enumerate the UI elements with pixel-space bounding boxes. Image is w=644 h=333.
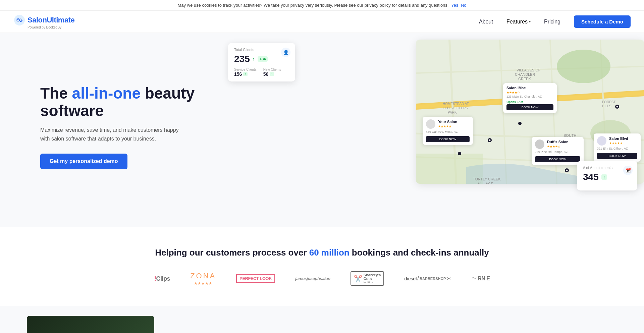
logo-text: SalonUltimate — [28, 16, 74, 24]
brand-james-joseph: jamesjosephsalon — [295, 276, 330, 281]
nav-about[interactable]: About — [479, 19, 493, 25]
brand-logos-row: !Clips ZONA ★★★★★ PERFECT LOOK jamesjose… — [27, 271, 617, 286]
new-clients-value: 56 — [263, 71, 269, 77]
salon-popup-2: Your Salon ★★★★★ 456 Oak Ave, Mesa, AZ B… — [423, 117, 473, 145]
up-arrow-icon: ↑ — [253, 56, 255, 62]
svg-text:VILLAGE: VILLAGE — [478, 182, 493, 184]
schedule-demo-button[interactable]: Schedule a Demo — [574, 15, 631, 28]
clients-sub-row: Service Clients 156 ↑ New Clients 56 ↑ — [234, 68, 289, 77]
svg-text:TUNTLY CREEK: TUNTLY CREEK — [473, 177, 501, 181]
svg-point-29 — [489, 140, 491, 141]
popup1-status: Opens 9AM — [506, 100, 553, 104]
header: SalonUltimate Powered by BookedBy About … — [0, 11, 644, 33]
svg-point-11 — [557, 50, 610, 83]
service-clients-value: 156 — [234, 71, 242, 77]
salon-popup-4: Salon Blvd ★★★★★ 321 Elm St, Gilbert, AZ… — [594, 133, 641, 162]
popup2-book-button[interactable]: BOOK NOW — [426, 136, 470, 142]
salon-popup-1: Salon iMae ★★★★☆ 123 Main St, Chandler, … — [503, 83, 557, 113]
popup4-stars: ★★★★★ — [609, 142, 628, 145]
hero-subtitle: Maximize revenue, save time, and make cu… — [40, 126, 184, 143]
logo-wrap: SalonUltimate Powered by BookedBy — [13, 14, 74, 29]
nav-features[interactable]: Features ▾ — [506, 19, 531, 25]
hero-left: The all-in-one beauty software Maximize … — [40, 85, 215, 169]
cookie-banner: May we use cookies to track your activit… — [0, 0, 644, 11]
popup2-stars: ★★★★★ — [438, 125, 457, 128]
logo-powered: Powered by BookedBy — [28, 25, 61, 29]
svg-text:FOREST: FOREST — [602, 100, 616, 104]
clients-icon: 👤 — [281, 48, 290, 57]
brand-zona: ZONA ★★★★★ — [190, 272, 216, 286]
logo[interactable]: SalonUltimate — [13, 14, 74, 26]
svg-text:GLD SETTLERS: GLD SETTLERS — [443, 106, 468, 110]
chevron-down-icon: ▾ — [529, 20, 531, 23]
svg-text:CHANDLER: CHANDLER — [515, 72, 535, 76]
popup1-book-button[interactable]: BOOK NOW — [506, 104, 553, 110]
hero-right: 👤 Total Clients 235 ↑ +34 Service Client… — [235, 46, 617, 207]
popup4-address: 321 Elm St, Gilbert, AZ — [597, 147, 637, 150]
brand-perfect-look: PERFECT LOOK — [236, 274, 275, 283]
new-clients-badge: ↑ — [270, 72, 274, 76]
salon-popup-3: Duff's Salon ★★★★☆ 789 Pine Rd, Tempe, A… — [532, 137, 584, 165]
cookie-no-button[interactable]: No — [461, 3, 467, 8]
new-clients-item: New Clients 56 ↑ — [263, 68, 281, 77]
svg-text:PARK: PARK — [448, 111, 457, 114]
popup2-address: 456 Oak Ave, Mesa, AZ — [426, 130, 470, 133]
svg-text:CREEK: CREEK — [518, 77, 531, 81]
svg-text:HILLS: HILLS — [602, 104, 611, 108]
nav-pricing[interactable]: Pricing — [544, 19, 560, 25]
appointments-card: 📅 # of Appointments 345 ↑ — [577, 161, 637, 190]
popup3-name: Duff's Salon — [547, 140, 569, 144]
appointments-trend-badge: ↑ — [601, 174, 607, 180]
service-clients-badge: ↑ — [243, 72, 248, 76]
logo-icon — [13, 14, 25, 26]
popup4-book-button[interactable]: BOOK NOW — [597, 153, 637, 159]
popup3-stars: ★★★★☆ — [547, 145, 569, 148]
brand-clips: !Clips — [154, 275, 170, 282]
social-proof-title: Helping our customers process over 60 mi… — [27, 247, 617, 258]
popup3-book-button[interactable]: BOOK NOW — [535, 156, 580, 162]
popup3-address: 789 Pine Rd, Tempe, AZ — [535, 150, 580, 154]
popup4-name: Salon Blvd — [609, 136, 628, 141]
svg-text:VILLAGES OF: VILLAGES OF — [517, 68, 541, 72]
brand-rn: 〜 RN E — [472, 275, 490, 282]
brand-diesel-barbershop: diesel / BARBERSHOP ✂ — [404, 275, 451, 282]
social-proof-section: Helping our customers process over 60 mi… — [0, 227, 644, 306]
bottom-section — [0, 306, 644, 333]
svg-point-31 — [566, 170, 568, 171]
main-nav: About Features ▾ Pricing Schedule a Demo — [479, 15, 631, 28]
scissors-icon: ✂️ — [354, 275, 362, 283]
clients-trend-badge: +34 — [258, 56, 268, 62]
svg-text:HOMESTEAD AT: HOMESTEAD AT — [443, 102, 469, 106]
total-clients-value-row: 235 ↑ +34 — [234, 54, 289, 64]
bottom-preview — [27, 316, 154, 333]
hero-title: The all-in-one beauty software — [40, 85, 215, 120]
total-clients-card: 👤 Total Clients 235 ↑ +34 Service Client… — [228, 43, 295, 81]
cookie-text: May we use cookies to track your activit… — [177, 3, 448, 8]
get-demo-button[interactable]: Get my personalized demo — [40, 154, 127, 169]
popup1-address: 123 Main St, Chandler, AZ — [506, 95, 553, 98]
svg-point-35 — [518, 122, 522, 125]
popup1-stars: ★★★★☆ — [506, 91, 553, 94]
svg-point-37 — [616, 106, 618, 108]
hero-section: The all-in-one beauty software Maximize … — [0, 33, 644, 227]
svg-point-34 — [458, 152, 461, 155]
brand-cuts-kids: ✂️ Sharkey's Cuts for Kids — [351, 271, 384, 286]
appointments-icon: 📅 — [623, 166, 633, 175]
cookie-yes-button[interactable]: Yes — [451, 3, 458, 8]
service-clients-item: Service Clients 156 ↑ — [234, 68, 257, 77]
popup2-name: Your Salon — [438, 120, 457, 124]
popup1-name: Salon iMae — [506, 86, 553, 90]
total-clients-value: 235 — [234, 54, 250, 64]
appointments-value: 345 — [583, 172, 599, 182]
